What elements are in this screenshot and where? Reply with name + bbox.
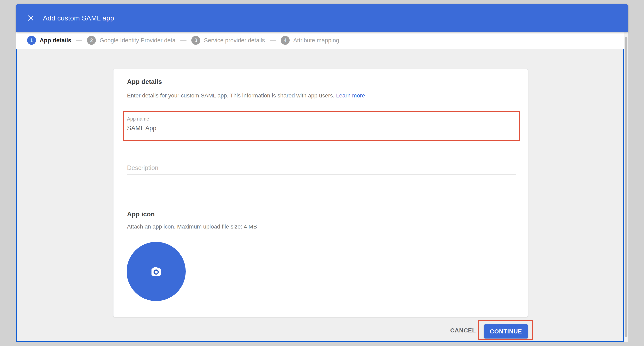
stepper-step-google-idp-details: 2 Google Identity Provider details bbox=[87, 36, 176, 45]
learn-more-link[interactable]: Learn more bbox=[336, 92, 365, 99]
cancel-button[interactable]: CANCEL bbox=[448, 324, 478, 336]
stepper-step-service-provider-details: 3 Service provider details bbox=[191, 36, 265, 45]
app-details-card: App details Enter details for your custo… bbox=[113, 69, 528, 317]
stepper-step-attribute-mapping: 4 Attribute mapping bbox=[281, 36, 339, 45]
close-icon-glyph bbox=[27, 14, 34, 22]
section-description: Enter details for your custom SAML app. … bbox=[127, 92, 365, 99]
app-icon-upload-button[interactable] bbox=[126, 242, 186, 301]
scrollbar-track[interactable] bbox=[624, 32, 628, 342]
step-separator bbox=[270, 40, 276, 41]
step-4-label: Attribute mapping bbox=[293, 37, 339, 44]
step-2-label: Google Identity Provider details bbox=[100, 37, 176, 44]
step-separator bbox=[76, 40, 82, 41]
section-title: App details bbox=[127, 78, 162, 85]
dialog-header: Add custom SAML app bbox=[16, 4, 628, 32]
dialog-title: Add custom SAML app bbox=[43, 14, 114, 22]
camera-icon bbox=[151, 267, 162, 276]
step-4-circle: 4 bbox=[281, 36, 290, 45]
wizard-stepper: 1 App details 2 Google Identity Provider… bbox=[16, 32, 624, 49]
step-3-circle: 3 bbox=[191, 36, 200, 45]
scrollbar-thumb[interactable] bbox=[624, 37, 628, 337]
section-description-text: Enter details for your custom SAML app. … bbox=[127, 92, 336, 99]
step-1-label: App details bbox=[40, 37, 71, 44]
description-field bbox=[127, 164, 516, 175]
app-icon-subtitle: Attach an app icon. Maximum upload file … bbox=[127, 223, 257, 230]
app-icon-title: App icon bbox=[127, 211, 155, 218]
step-1-circle: 1 bbox=[27, 36, 36, 45]
stepper-step-app-details: 1 App details bbox=[27, 36, 71, 45]
step-3-label: Service provider details bbox=[204, 37, 265, 44]
app-name-input[interactable] bbox=[127, 125, 516, 135]
app-name-field: App name bbox=[127, 116, 516, 135]
continue-button[interactable]: CONTINUE bbox=[484, 324, 528, 338]
close-icon[interactable] bbox=[26, 14, 35, 23]
description-input[interactable] bbox=[127, 164, 516, 175]
add-custom-saml-app-dialog: Add custom SAML app 1 App details 2 Goog… bbox=[16, 4, 628, 342]
content-area: App details Enter details for your custo… bbox=[16, 49, 624, 342]
step-separator bbox=[180, 40, 186, 41]
step-2-circle: 2 bbox=[87, 36, 96, 45]
app-name-label: App name bbox=[127, 116, 516, 122]
